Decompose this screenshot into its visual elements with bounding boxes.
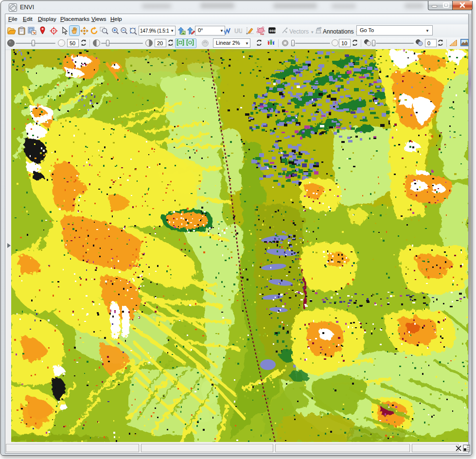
svg-text:008: 008 <box>269 29 276 33</box>
svg-text:roi: roi <box>261 33 264 35</box>
svg-text:UU: UU <box>234 28 242 35</box>
